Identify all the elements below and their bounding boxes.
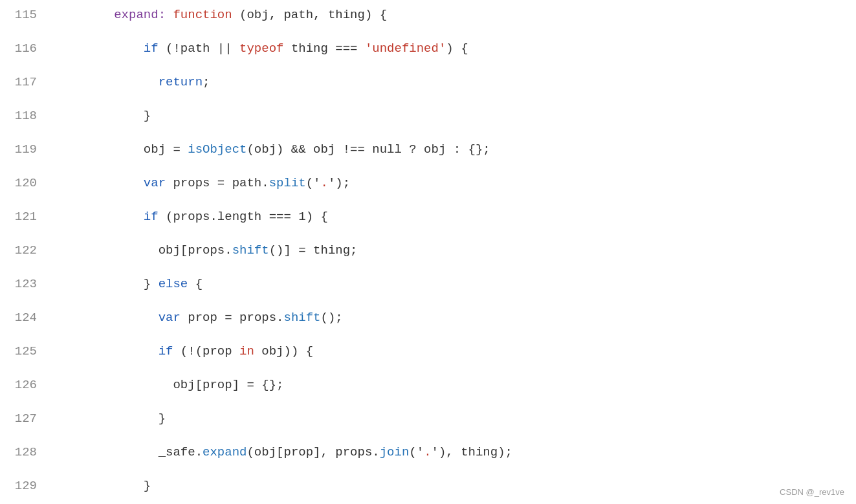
code-token: . [424,445,431,459]
code-token: (props.length === 1) { [159,210,328,224]
code-token: . [321,176,328,190]
line-number: 123 [0,269,55,290]
code-token: _safe. [55,445,203,459]
code-content: return; [55,67,856,89]
table-row: 123 } else { [0,269,856,303]
table-row: 129 } [0,471,856,504]
code-token: if [159,344,173,358]
table-row: 126 obj[prop] = {}; [0,370,856,404]
code-token: ()] = thing; [269,243,358,257]
code-token: (' [306,176,321,190]
line-number: 126 [0,370,55,391]
code-token: obj = [55,142,188,157]
line-number: 116 [0,34,55,55]
code-token: 'undefined' [365,41,446,56]
code-token: (!(prop [173,344,239,358]
code-token: (); [321,311,343,325]
table-row: 127 } [0,404,856,437]
code-token [55,75,159,89]
line-number: 127 [0,404,55,425]
code-token: } [55,109,151,123]
code-token: obj)) { [254,344,313,358]
line-number: 122 [0,236,55,257]
code-token: } [55,479,151,493]
code-token: shift [232,243,269,257]
line-number: 121 [0,202,55,223]
code-token: thing === [283,41,364,56]
code-token: (obj) && obj !== null ? obj : {}; [247,142,490,157]
table-row: 124 var prop = props.shift(); [0,303,856,336]
code-token: } [55,411,166,426]
table-row: 119 obj = isObject(obj) && obj !== null … [0,135,856,168]
code-token: expand: [55,8,173,22]
table-row: 120 var props = path.split('.'); [0,168,856,202]
code-token: function [173,8,232,22]
code-block: 115 expand: function (obj, path, thing) … [0,0,856,504]
code-content: } else { [55,269,856,290]
line-number: 125 [0,336,55,358]
code-token: typeof [239,41,283,56]
code-content: obj = isObject(obj) && obj !== null ? ob… [55,135,856,156]
code-content: _safe.expand(obj[prop], props.join('.'),… [55,437,856,459]
code-token: props = path. [166,176,269,190]
code-content: var prop = props.shift(); [55,303,856,324]
code-token [55,176,144,190]
code-token: ) { [446,41,468,56]
table-row: 122 obj[props.shift()] = thing; [0,236,856,269]
code-token: prop = props. [181,311,284,325]
code-token: '); [328,176,350,190]
line-number: 124 [0,303,55,324]
code-token: in [239,344,254,358]
code-content: obj[props.shift()] = thing; [55,236,856,257]
line-number: 128 [0,437,55,459]
code-token: if [144,41,159,56]
code-token: '), thing); [432,445,512,459]
line-number: 129 [0,471,55,492]
code-token: (' [409,445,424,459]
code-token: if [144,210,159,224]
table-row: 117 return; [0,67,856,101]
code-token: obj[prop] = {}; [55,378,283,392]
code-token: shift [284,311,321,325]
code-content: } [55,471,856,492]
watermark: CSDN @_rev1ve [780,488,844,496]
table-row: 121 if (props.length === 1) { [0,202,856,236]
code-token: (obj[prop], props. [247,445,379,459]
code-content: var props = path.split('.'); [55,168,856,190]
code-content: if (!path || typeof thing === 'undefined… [55,34,856,55]
code-token: return [159,75,203,89]
code-token [55,41,144,56]
table-row: 115 expand: function (obj, path, thing) … [0,0,856,34]
code-token: obj[props. [55,243,232,257]
code-token: ; [203,75,210,89]
code-content: if (!(prop in obj)) { [55,336,856,358]
line-number: 120 [0,168,55,190]
code-content: expand: function (obj, path, thing) { [55,0,856,21]
code-token [55,210,144,224]
code-content: } [55,404,856,425]
code-token: isObject [188,142,247,157]
code-token: } [55,277,159,291]
line-number: 118 [0,101,55,122]
code-token: expand [203,445,247,459]
table-row: 125 if (!(prop in obj)) { [0,336,856,370]
code-token: (!path || [159,41,239,56]
code-token [55,311,159,325]
code-content: } [55,101,856,122]
code-token: split [269,176,306,190]
code-token: var [159,311,181,325]
table-row: 118 } [0,101,856,135]
line-number: 119 [0,135,55,156]
table-row: 116 if (!path || typeof thing === 'undef… [0,34,856,67]
code-token: else [159,277,188,291]
line-number: 115 [0,0,55,21]
code-token: (obj, path, thing) { [232,8,387,22]
table-row: 128 _safe.expand(obj[prop], props.join('… [0,437,856,471]
code-token: { [188,277,203,291]
line-number: 117 [0,67,55,89]
code-content: obj[prop] = {}; [55,370,856,391]
code-token: var [144,176,166,190]
code-token [55,344,159,358]
code-content: if (props.length === 1) { [55,202,856,223]
code-token: join [380,445,410,459]
